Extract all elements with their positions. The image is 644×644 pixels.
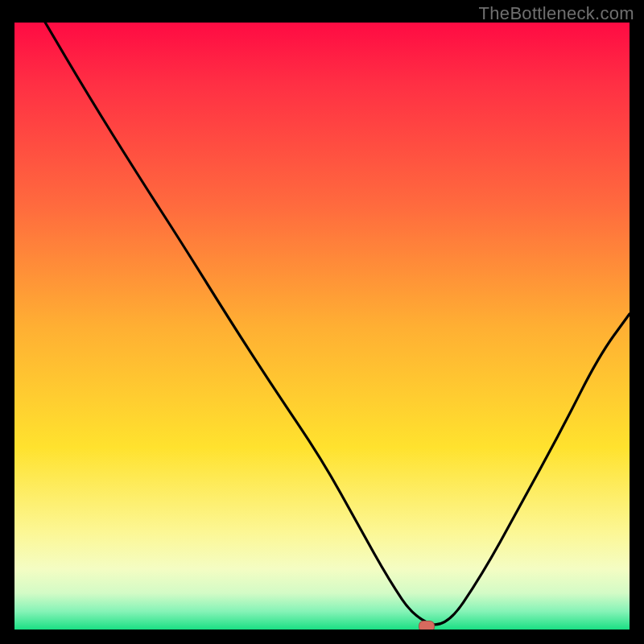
chart-frame: TheBottleneck.com [0,0,644,644]
plot-area [14,23,630,630]
bottleneck-curve [14,23,630,630]
watermark-text: TheBottleneck.com [479,3,634,24]
minimum-marker [419,621,435,630]
